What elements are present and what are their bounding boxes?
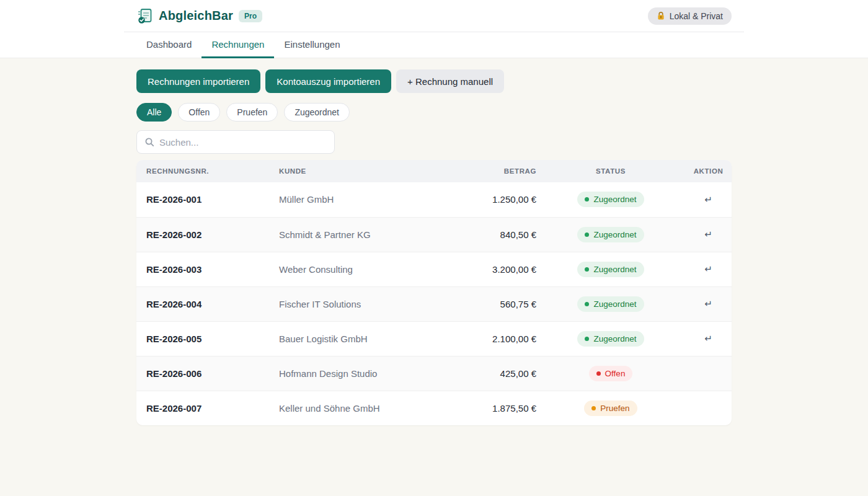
status-cell: Pruefen — [536, 391, 685, 425]
filter-chip[interactable]: Pruefen — [226, 103, 278, 122]
column-header-status: Status — [536, 160, 685, 182]
column-header-rechnungsnr: Rechnungsnr. — [136, 160, 279, 182]
invoice-number: RE-2026-004 — [136, 286, 279, 321]
main-nav: Dashboard Rechnungen Einstellungen — [124, 32, 744, 58]
customer-name: Schmidt & Partner KG — [279, 217, 428, 252]
status-cell: Offen — [536, 356, 685, 391]
status-dot-icon — [585, 337, 589, 341]
search-input[interactable] — [159, 137, 327, 148]
status-dot-icon — [596, 371, 601, 376]
action-cell — [685, 356, 732, 391]
filter-chip-label: Pruefen — [237, 107, 267, 117]
amount: 560,75 € — [428, 286, 536, 321]
amount: 425,00 € — [428, 356, 536, 391]
status-badge: Pruefen — [584, 401, 637, 416]
invoice-row: RE-2026-003 Weber Consulting 3.200,00 € … — [136, 252, 732, 286]
status-label: Zugeordnet — [593, 230, 636, 239]
column-header-aktion: Aktion — [685, 160, 732, 182]
status-badge: Zugeordnet — [577, 192, 644, 207]
top-bar: AbgleichBar Pro Lokal & Privat — [124, 0, 744, 32]
invoice-row: RE-2026-006 Hofmann Design Studio 425,00… — [136, 356, 732, 391]
status-cell: Zugeordnet — [536, 217, 685, 252]
invoice-row: RE-2026-004 Fischer IT Solutions 560,75 … — [136, 286, 732, 321]
status-filters: Alle Offen Pruefen Zugeordnet — [136, 103, 732, 122]
column-header-betrag: Betrag — [428, 160, 536, 182]
pro-badge: Pro — [239, 10, 262, 22]
invoice-number: RE-2026-001 — [136, 182, 279, 217]
status-label: Zugeordnet — [593, 265, 636, 274]
brand: AbgleichBar Pro — [136, 7, 262, 24]
amount: 3.200,00 € — [428, 252, 536, 286]
filter-chip[interactable]: Alle — [136, 103, 172, 122]
status-badge: Zugeordnet — [577, 331, 644, 347]
status-dot-icon — [591, 406, 596, 410]
undo-match-icon[interactable]: ↵ — [704, 264, 712, 274]
status-label: Zugeordnet — [593, 334, 636, 343]
amount: 840,50 € — [428, 217, 536, 252]
status-dot-icon — [585, 232, 589, 237]
search-icon — [144, 137, 154, 147]
column-header-kunde: Kunde — [279, 160, 428, 182]
undo-match-icon[interactable]: ↵ — [704, 333, 712, 343]
filter-chip-label: Offen — [188, 107, 210, 117]
nav-tab[interactable]: Dashboard — [136, 32, 202, 58]
invoice-row: RE-2026-002 Schmidt & Partner KG 840,50 … — [136, 217, 732, 252]
customer-name: Bauer Logistik GmbH — [279, 321, 428, 356]
filter-chip-label: Alle — [147, 107, 161, 117]
filter-chip[interactable]: Offen — [178, 103, 220, 122]
import-invoices-button[interactable]: Rechnungen importieren — [136, 69, 260, 93]
filter-chip-label: Zugeordnet — [294, 107, 339, 117]
nav-tab-label: Dashboard — [146, 39, 192, 50]
app-logo-icon — [136, 7, 153, 24]
customer-name: Keller und Söhne GmbH — [279, 391, 428, 425]
nav-tab[interactable]: Einstellungen — [274, 32, 350, 58]
action-cell: ↵ — [685, 321, 732, 356]
amount: 1.250,00 € — [428, 182, 536, 217]
nav-tab[interactable]: Rechnungen — [202, 32, 274, 58]
search-box[interactable] — [136, 130, 335, 154]
add-manual-invoice-button[interactable]: + Rechnung manuell — [396, 69, 504, 93]
undo-match-icon[interactable]: ↵ — [704, 298, 712, 309]
invoice-row: RE-2026-005 Bauer Logistik GmbH 2.100,00… — [136, 321, 732, 356]
app-header: AbgleichBar Pro Lokal & Privat Dash — [0, 0, 868, 58]
filter-chip[interactable]: Zugeordnet — [284, 103, 350, 122]
status-cell: Zugeordnet — [536, 182, 685, 217]
status-cell: Zugeordnet — [536, 252, 685, 286]
status-label: Pruefen — [600, 404, 629, 413]
customer-name: Weber Consulting — [279, 252, 428, 286]
privacy-badge: Lokal & Privat — [648, 7, 732, 25]
action-cell — [685, 391, 732, 425]
action-cell: ↵ — [685, 182, 732, 217]
invoice-row: RE-2026-001 Müller GmbH 1.250,00 € Zugeo… — [136, 182, 732, 217]
invoice-number: RE-2026-006 — [136, 356, 279, 391]
invoice-number: RE-2026-003 — [136, 252, 279, 286]
invoice-number: RE-2026-007 — [136, 391, 279, 425]
status-dot-icon — [585, 197, 589, 202]
amount: 1.875,50 € — [428, 391, 536, 425]
invoice-number: RE-2026-005 — [136, 321, 279, 356]
customer-name: Fischer IT Solutions — [279, 286, 428, 321]
status-badge: Zugeordnet — [577, 296, 644, 312]
status-badge: Offen — [589, 366, 633, 381]
action-cell: ↵ — [685, 252, 732, 286]
status-label: Offen — [605, 369, 626, 378]
status-label: Zugeordnet — [593, 299, 636, 309]
action-cell: ↵ — [685, 217, 732, 252]
invoice-row: RE-2026-007 Keller und Söhne GmbH 1.875,… — [136, 391, 732, 425]
import-statement-button[interactable]: Kontoauszug importieren — [265, 69, 391, 93]
table-header-row: Rechnungsnr. Kunde Betrag Status Aktion — [136, 160, 732, 182]
nav-tab-label: Rechnungen — [211, 39, 264, 50]
nav-tab-label: Einstellungen — [284, 39, 340, 50]
customer-name: Hofmann Design Studio — [279, 356, 428, 391]
app-title: AbgleichBar — [159, 9, 233, 23]
status-cell: Zugeordnet — [536, 286, 685, 321]
invoice-table-card: Rechnungsnr. Kunde Betrag Status Aktion … — [136, 160, 732, 425]
invoice-number: RE-2026-002 — [136, 217, 279, 252]
status-dot-icon — [585, 302, 589, 306]
action-cell: ↵ — [685, 286, 732, 321]
privacy-badge-label: Lokal & Privat — [670, 11, 723, 21]
customer-name: Müller GmbH — [279, 182, 428, 217]
undo-match-icon[interactable]: ↵ — [704, 194, 712, 205]
undo-match-icon[interactable]: ↵ — [704, 229, 712, 239]
invoice-table: Rechnungsnr. Kunde Betrag Status Aktion … — [136, 160, 732, 425]
